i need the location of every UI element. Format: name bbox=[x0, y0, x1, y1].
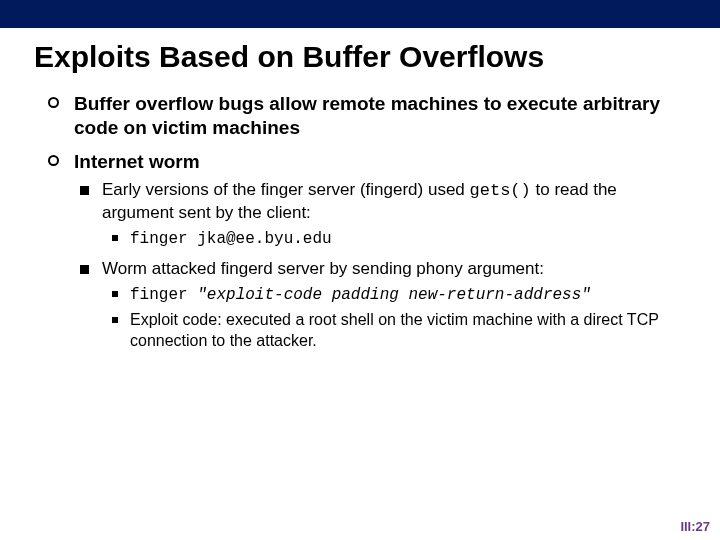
bullet-internet-worm: Internet worm Early versions of the fing… bbox=[48, 150, 680, 352]
cmd-finger-exploit: finger "exploit-code padding new-return-… bbox=[112, 284, 680, 306]
bullet-overflow-bugs: Buffer overflow bugs allow remote machin… bbox=[48, 92, 680, 140]
text-fragment: Early versions of the finger server (fin… bbox=[102, 180, 470, 199]
cmd-finger-normal: finger jka@ee.byu.edu bbox=[112, 228, 680, 250]
code-exploit-args: "exploit-code padding new-return-address… bbox=[197, 286, 591, 304]
content-area: Buffer overflow bugs allow remote machin… bbox=[48, 92, 680, 352]
sub-exploit-code: Exploit code: executed a root shell on t… bbox=[112, 310, 680, 352]
text-fragment: Worm attacked fingerd server by sending … bbox=[102, 259, 544, 278]
page-number: III:27 bbox=[680, 519, 710, 534]
code-finger-cmd: finger jka@ee.byu.edu bbox=[130, 230, 332, 248]
sub-worm-attack: Worm attacked fingerd server by sending … bbox=[80, 258, 680, 351]
code-finger-word: finger bbox=[130, 286, 197, 304]
internet-worm-label: Internet worm bbox=[74, 151, 200, 172]
header-band bbox=[0, 0, 720, 28]
sub-finger-gets: Early versions of the finger server (fin… bbox=[80, 179, 680, 250]
code-gets: gets() bbox=[470, 181, 531, 200]
slide-title: Exploits Based on Buffer Overflows bbox=[34, 40, 720, 74]
